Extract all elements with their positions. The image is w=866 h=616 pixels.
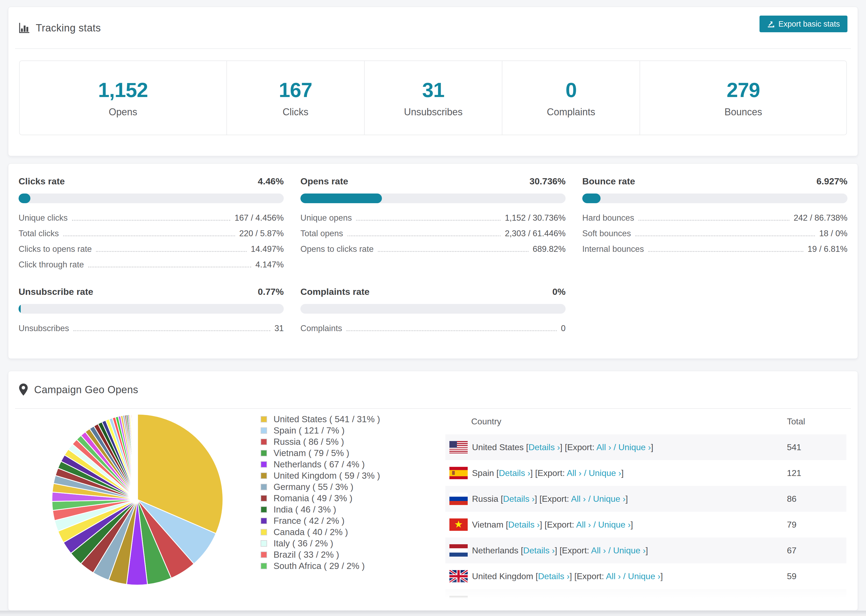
rate-row: Clicks to opens rate14.497% (19, 241, 284, 257)
row-total: 55 (787, 597, 797, 607)
country-name: United Kingdom (472, 571, 536, 581)
rate-percent: 4.46% (258, 176, 284, 187)
rate-row-value: 1,152 / 30.736% (505, 213, 565, 223)
export-all-link[interactable]: All › (580, 597, 595, 607)
export-all-link[interactable]: All › (596, 442, 611, 452)
legend-label: Germany ( 55 / 3% ) (274, 482, 353, 492)
dotted-leader (378, 251, 528, 252)
export-all-link[interactable]: All › (571, 494, 586, 504)
rate-block: Bounce rate6.927%Hard bounces242 / 86.73… (582, 176, 847, 272)
rate-percent: 0% (553, 286, 565, 297)
page-bottom-strip (0, 611, 866, 616)
map-marker-icon (19, 383, 28, 396)
stat-value: 167 (279, 78, 312, 102)
flag-icon-nl (449, 544, 468, 556)
legend-label: India ( 46 / 3% ) (274, 504, 336, 515)
export-unique-link[interactable]: Unique › (598, 520, 631, 530)
details-link[interactable]: Details › (508, 520, 540, 530)
rate-row: Total clicks220 / 5.87% (19, 226, 284, 241)
rate-row-label: Hard bounces (582, 213, 634, 223)
row-total: 121 (787, 468, 801, 478)
table-row: United States [Details ›] [Export: All ›… (446, 434, 846, 460)
export-unique-link[interactable]: Unique › (628, 571, 661, 581)
table-row: Vietnam [Details ›] [Export: All › / Uni… (446, 512, 846, 537)
campaign-geo-opens-card: Campaign Geo Opens United States ( 541 /… (8, 371, 858, 611)
stat-value: 279 (727, 78, 760, 102)
geo-divider (15, 408, 851, 409)
rate-title: Unsubscribe rate (19, 286, 93, 297)
export-unique-link[interactable]: Unique › (589, 468, 621, 478)
details-link[interactable]: Details › (538, 571, 569, 581)
export-separator: / (621, 571, 628, 581)
tracking-card-header: Tracking stats Export basic stats (8, 7, 858, 49)
export-unique-link[interactable]: Unique › (602, 597, 635, 607)
stat-cell: 1,152Opens (20, 61, 227, 135)
table-row: Netherlands [Details ›] [Export: All › /… (446, 537, 846, 563)
rate-row: Internal bounces19 / 6.81% (582, 241, 847, 257)
tracking-stats-card: Tracking stats Export basic stats 1,152O… (8, 7, 858, 156)
legend-item[interactable]: India ( 46 / 3% ) (261, 504, 380, 515)
export-unique-link[interactable]: Unique › (593, 494, 625, 504)
geo-legend: United States ( 541 / 31% )Spain ( 121 /… (261, 413, 380, 572)
legend-item[interactable]: Russia ( 86 / 5% ) (261, 436, 380, 448)
legend-item[interactable]: Canada ( 40 / 2% ) (261, 526, 380, 538)
legend-label: Netherlands ( 67 / 4% ) (274, 459, 365, 470)
stat-label: Bounces (724, 107, 762, 118)
details-link[interactable]: Details › (523, 545, 554, 555)
legend-item[interactable]: Spain ( 121 / 7% ) (261, 425, 380, 436)
export-unique-link[interactable]: Unique › (618, 442, 651, 452)
legend-item[interactable]: Netherlands ( 67 / 4% ) (261, 459, 380, 470)
legend-label: Canada ( 40 / 2% ) (274, 527, 348, 537)
dotted-leader (96, 251, 246, 252)
rate-head: Bounce rate6.927% (582, 176, 847, 187)
export-all-link[interactable]: All › (567, 468, 581, 478)
legend-item[interactable]: France ( 42 / 2% ) (261, 515, 380, 526)
rate-percent: 6.927% (817, 176, 847, 187)
progress-fill (301, 193, 382, 203)
legend-item[interactable]: Brazil ( 33 / 2% ) (261, 549, 380, 560)
details-link[interactable]: Details › (499, 468, 531, 478)
legend-item[interactable]: United States ( 541 / 31% ) (261, 413, 380, 425)
rate-row-value: 31 (275, 324, 284, 333)
rate-row-label: Unique opens (301, 213, 352, 223)
rate-title: Complaints rate (301, 286, 370, 297)
legend-item[interactable]: Italy ( 36 / 2% ) (261, 538, 380, 549)
country-name: Netherlands (472, 545, 521, 555)
progress-fill (19, 304, 21, 314)
rate-row-value: 18 / 0% (819, 229, 847, 238)
legend-swatch (261, 427, 267, 434)
stat-label: Unsubscribes (404, 107, 463, 118)
legend-item[interactable]: South Africa ( 29 / 2% ) (261, 560, 380, 572)
details-link[interactable]: Details › (529, 442, 560, 452)
table-row: Spain [Details ›] [Export: All › / Uniqu… (446, 460, 846, 486)
export-all-link[interactable]: All › (576, 520, 591, 530)
stat-value: 31 (422, 78, 444, 102)
legend-label: Romania ( 49 / 3% ) (274, 493, 352, 503)
rate-row-label: Soft bounces (582, 229, 631, 238)
legend-swatch (261, 450, 267, 456)
export-unique-link[interactable]: Unique › (613, 545, 646, 555)
stats-summary: 1,152Opens167Clicks31Unsubscribes0Compla… (19, 60, 847, 135)
rate-row-value: 689.82% (533, 244, 565, 254)
export-all-link[interactable]: All › (591, 545, 606, 555)
country-name: Russia (472, 494, 501, 504)
details-link[interactable]: Details › (512, 597, 543, 607)
legend-item[interactable]: United Kingdom ( 59 / 3% ) (261, 470, 380, 481)
legend-item[interactable]: Vietnam ( 79 / 5% ) (261, 448, 380, 459)
export-separator: / (611, 442, 619, 452)
stat-cell: 0Complaints (502, 61, 639, 135)
rate-row-label: Opens to clicks rate (301, 244, 373, 254)
table-row: Germany [Details ›] [Export: All › / Uni… (446, 589, 846, 611)
dotted-leader (63, 236, 235, 236)
rate-title: Clicks rate (19, 176, 65, 187)
legend-item[interactable]: Romania ( 49 / 3% ) (261, 493, 380, 504)
legend-item[interactable]: Germany ( 55 / 3% ) (261, 481, 380, 493)
row-total: 67 (787, 545, 797, 556)
export-basic-stats-button[interactable]: Export basic stats (759, 16, 847, 32)
column-country: Country (471, 416, 501, 426)
export-all-link[interactable]: All › (606, 571, 621, 581)
legend-label: United States ( 541 / 31% ) (274, 414, 380, 424)
details-link[interactable]: Details › (503, 494, 535, 504)
rate-row: Unsubscribes31 (19, 321, 284, 336)
progress-bar (301, 304, 565, 314)
